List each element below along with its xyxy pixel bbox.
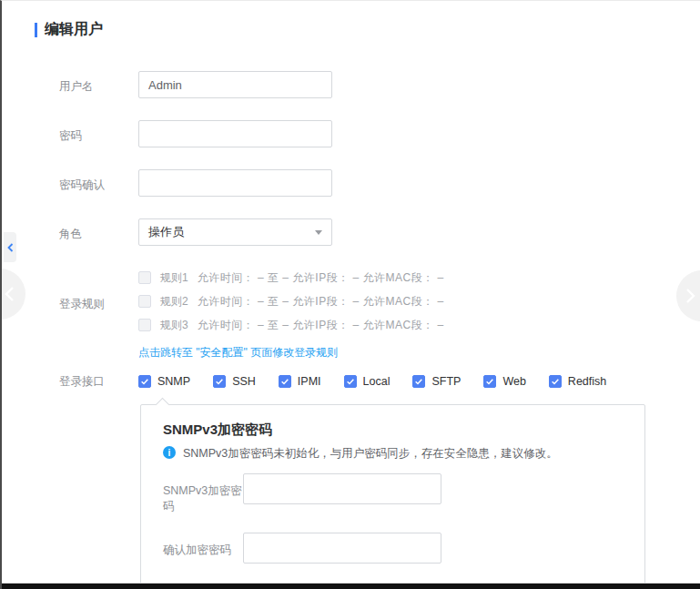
role-label: 角色	[59, 218, 138, 246]
login-rules-row: 登录规则 规则1 允许时间： – 至 – 允许IP段： – 允许MAC段： – …	[59, 270, 660, 361]
interface-label: IPMI	[298, 375, 321, 388]
page-title: 编辑用户	[45, 20, 103, 39]
chevron-left-icon	[7, 243, 14, 252]
login-rule-item: 规则3 允许时间： – 至 – 允许IP段： – 允许MAC段： –	[138, 318, 444, 332]
role-row: 角色 操作员	[59, 218, 660, 246]
sidebar-collapse-tab[interactable]	[4, 232, 16, 262]
snmpv3-panel: SNMPv3加密密码 i SNMPv3加密密码未初始化，与用户密码同步，存在安全…	[140, 404, 645, 589]
interface-option-snmp[interactable]: SNMP	[138, 375, 190, 388]
check-icon	[280, 377, 289, 386]
page-title-row: 编辑用户	[35, 20, 103, 39]
password-row: 密码	[59, 120, 660, 147]
snmpv3-confirm-row: 确认加密密码	[163, 533, 623, 564]
password-confirm-row: 密码确认	[59, 169, 660, 197]
role-selected-value: 操作员	[148, 224, 184, 240]
interface-option-sftp[interactable]: SFTP	[412, 375, 461, 388]
check-icon	[140, 377, 149, 386]
snmpv3-password-input[interactable]	[243, 473, 441, 504]
password-label: 密码	[59, 120, 138, 147]
rule2-checkbox[interactable]	[138, 295, 151, 308]
interface-option-local[interactable]: Local	[344, 375, 391, 388]
snmpv3-confirm-input[interactable]	[243, 533, 441, 564]
interface-label: SNMP	[157, 375, 190, 388]
interface-option-ipmi[interactable]: IPMI	[279, 375, 321, 388]
snmpv3-notice: i SNMPv3加密密码未初始化，与用户密码同步，存在安全隐患，建议修改。	[163, 446, 623, 461]
login-rules-list: 规则1 允许时间： – 至 – 允许IP段： – 允许MAC段： – 规则2 允…	[138, 270, 444, 361]
check-icon	[346, 377, 355, 386]
rule3-detail: 允许时间： – 至 – 允许IP段： – 允许MAC段： –	[198, 318, 444, 333]
interface-option-ssh[interactable]: SSH	[213, 375, 256, 388]
username-label: 用户名	[59, 71, 138, 98]
rule2-detail: 允许时间： – 至 – 允许IP段： – 允许MAC段： –	[198, 294, 444, 310]
role-select[interactable]: 操作员	[138, 218, 332, 246]
snmpv3-password-label: SNMPv3加密密码	[163, 473, 243, 514]
login-interfaces-list: SNMP SSH IPMI Local SFTP	[138, 373, 606, 390]
password-confirm-label: 密码确认	[59, 169, 138, 197]
snmpv3-panel-title: SNMPv3加密密码	[163, 421, 623, 439]
interface-label: SSH	[232, 375, 256, 388]
rule3-name: 规则3	[160, 318, 188, 333]
rule1-name: 规则1	[160, 270, 188, 286]
snmpv3-notice-text: SNMPv3加密密码未初始化，与用户密码同步，存在安全隐患，建议修改。	[183, 446, 558, 461]
chevron-right-icon	[685, 288, 695, 304]
snmp-checkbox[interactable]	[138, 375, 151, 388]
password-confirm-input[interactable]	[138, 169, 332, 197]
rule2-name: 规则2	[160, 294, 188, 310]
username-input[interactable]	[138, 71, 332, 98]
check-icon	[485, 377, 494, 386]
bottom-bar	[2, 583, 700, 589]
title-accent-bar	[35, 23, 37, 37]
carousel-prev-button[interactable]	[0, 269, 25, 320]
snmpv3-confirm-label: 确认加密密码	[163, 533, 243, 564]
redfish-checkbox[interactable]	[549, 375, 562, 388]
check-icon	[215, 377, 224, 386]
login-rule-item: 规则1 允许时间： – 至 – 允许IP段： – 允许MAC段： –	[138, 270, 444, 285]
login-rules-label: 登录规则	[59, 270, 138, 361]
snmpv3-password-row: SNMPv3加密密码	[163, 473, 623, 514]
carousel-next-button[interactable]	[676, 270, 700, 321]
username-row: 用户名	[59, 71, 660, 98]
rule1-detail: 允许时间： – 至 – 允许IP段： – 允许MAC段： –	[198, 270, 444, 286]
edit-user-form: 用户名 密码 密码确认 角色 操作员 登录规则 规则1 允许时间：	[59, 71, 660, 589]
sftp-checkbox[interactable]	[412, 375, 425, 388]
login-interfaces-label: 登录接口	[59, 373, 138, 390]
interface-option-redfish[interactable]: Redfish	[549, 375, 606, 388]
interface-label: SFTP	[431, 375, 461, 388]
edit-user-page: 编辑用户 用户名 密码 密码确认 角色 操作员 登录规则	[0, 0, 700, 589]
interface-label: Web	[502, 375, 525, 388]
interface-label: Redfish	[568, 375, 606, 388]
security-config-link[interactable]: 点击跳转至 "安全配置" 页面修改登录规则	[138, 345, 338, 361]
local-checkbox[interactable]	[344, 375, 357, 388]
ipmi-checkbox[interactable]	[279, 375, 291, 388]
chevron-down-icon	[315, 230, 322, 235]
rule1-checkbox[interactable]	[138, 271, 151, 284]
panel-notch	[156, 398, 170, 412]
rule3-checkbox[interactable]	[138, 319, 151, 331]
ssh-checkbox[interactable]	[213, 375, 226, 388]
chevron-left-icon	[5, 286, 15, 302]
check-icon	[551, 377, 560, 386]
info-icon: i	[163, 446, 176, 459]
check-icon	[414, 377, 423, 386]
web-checkbox[interactable]	[483, 375, 496, 388]
login-interfaces-row: 登录接口 SNMP SSH IPMI Local	[59, 373, 660, 390]
login-rule-item: 规则2 允许时间： – 至 – 允许IP段： – 允许MAC段： –	[138, 294, 444, 309]
interface-label: Local	[363, 375, 391, 388]
interface-option-web[interactable]: Web	[483, 375, 525, 388]
password-input[interactable]	[138, 120, 332, 147]
